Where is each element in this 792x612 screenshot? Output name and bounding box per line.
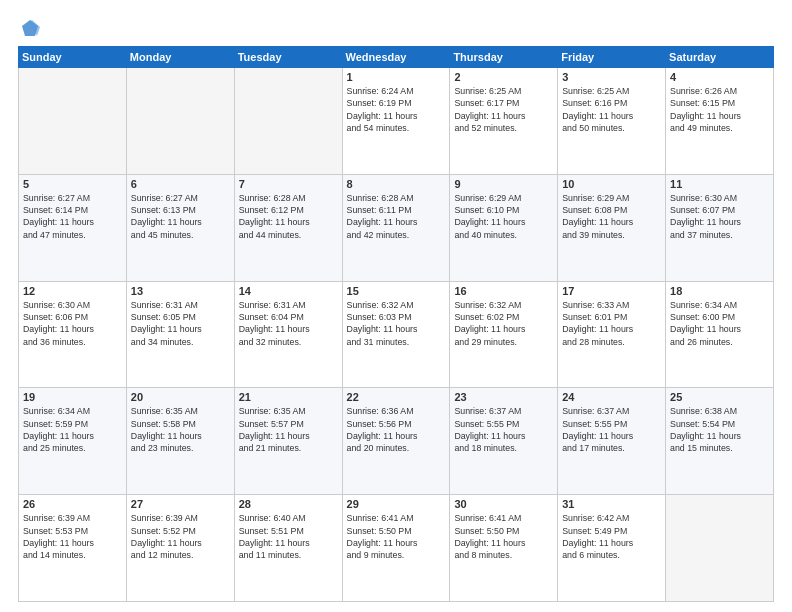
logo <box>18 18 40 38</box>
day-info: Sunrise: 6:27 AM Sunset: 6:13 PM Dayligh… <box>131 192 230 241</box>
day-info: Sunrise: 6:35 AM Sunset: 5:58 PM Dayligh… <box>131 405 230 454</box>
weekday-header-sunday: Sunday <box>19 47 127 68</box>
day-info: Sunrise: 6:34 AM Sunset: 6:00 PM Dayligh… <box>670 299 769 348</box>
calendar-cell: 6Sunrise: 6:27 AM Sunset: 6:13 PM Daylig… <box>126 174 234 281</box>
day-info: Sunrise: 6:30 AM Sunset: 6:06 PM Dayligh… <box>23 299 122 348</box>
day-info: Sunrise: 6:42 AM Sunset: 5:49 PM Dayligh… <box>562 512 661 561</box>
day-number: 25 <box>670 391 769 403</box>
calendar-cell: 22Sunrise: 6:36 AM Sunset: 5:56 PM Dayli… <box>342 388 450 495</box>
calendar-cell: 21Sunrise: 6:35 AM Sunset: 5:57 PM Dayli… <box>234 388 342 495</box>
week-row-3: 12Sunrise: 6:30 AM Sunset: 6:06 PM Dayli… <box>19 281 774 388</box>
day-info: Sunrise: 6:25 AM Sunset: 6:17 PM Dayligh… <box>454 85 553 134</box>
weekday-header-saturday: Saturday <box>666 47 774 68</box>
day-number: 7 <box>239 178 338 190</box>
calendar-cell: 31Sunrise: 6:42 AM Sunset: 5:49 PM Dayli… <box>558 495 666 602</box>
calendar-cell: 30Sunrise: 6:41 AM Sunset: 5:50 PM Dayli… <box>450 495 558 602</box>
calendar-cell: 15Sunrise: 6:32 AM Sunset: 6:03 PM Dayli… <box>342 281 450 388</box>
week-row-1: 1Sunrise: 6:24 AM Sunset: 6:19 PM Daylig… <box>19 68 774 175</box>
day-number: 2 <box>454 71 553 83</box>
day-number: 3 <box>562 71 661 83</box>
day-info: Sunrise: 6:32 AM Sunset: 6:02 PM Dayligh… <box>454 299 553 348</box>
day-info: Sunrise: 6:37 AM Sunset: 5:55 PM Dayligh… <box>454 405 553 454</box>
day-number: 8 <box>347 178 446 190</box>
calendar-cell: 10Sunrise: 6:29 AM Sunset: 6:08 PM Dayli… <box>558 174 666 281</box>
weekday-header-friday: Friday <box>558 47 666 68</box>
calendar-cell <box>126 68 234 175</box>
day-number: 9 <box>454 178 553 190</box>
calendar-cell: 8Sunrise: 6:28 AM Sunset: 6:11 PM Daylig… <box>342 174 450 281</box>
calendar-cell <box>19 68 127 175</box>
day-number: 31 <box>562 498 661 510</box>
day-info: Sunrise: 6:31 AM Sunset: 6:04 PM Dayligh… <box>239 299 338 348</box>
day-info: Sunrise: 6:26 AM Sunset: 6:15 PM Dayligh… <box>670 85 769 134</box>
day-info: Sunrise: 6:29 AM Sunset: 6:08 PM Dayligh… <box>562 192 661 241</box>
weekday-header-thursday: Thursday <box>450 47 558 68</box>
week-row-5: 26Sunrise: 6:39 AM Sunset: 5:53 PM Dayli… <box>19 495 774 602</box>
calendar-cell: 26Sunrise: 6:39 AM Sunset: 5:53 PM Dayli… <box>19 495 127 602</box>
day-number: 24 <box>562 391 661 403</box>
day-info: Sunrise: 6:30 AM Sunset: 6:07 PM Dayligh… <box>670 192 769 241</box>
weekday-header-tuesday: Tuesday <box>234 47 342 68</box>
calendar-cell <box>234 68 342 175</box>
weekday-header-monday: Monday <box>126 47 234 68</box>
day-number: 15 <box>347 285 446 297</box>
day-number: 28 <box>239 498 338 510</box>
day-info: Sunrise: 6:28 AM Sunset: 6:11 PM Dayligh… <box>347 192 446 241</box>
header <box>18 18 774 38</box>
logo-icon <box>20 18 40 38</box>
calendar-cell: 17Sunrise: 6:33 AM Sunset: 6:01 PM Dayli… <box>558 281 666 388</box>
day-number: 20 <box>131 391 230 403</box>
calendar-cell: 28Sunrise: 6:40 AM Sunset: 5:51 PM Dayli… <box>234 495 342 602</box>
day-number: 23 <box>454 391 553 403</box>
calendar-cell: 3Sunrise: 6:25 AM Sunset: 6:16 PM Daylig… <box>558 68 666 175</box>
calendar-cell: 24Sunrise: 6:37 AM Sunset: 5:55 PM Dayli… <box>558 388 666 495</box>
calendar-cell: 7Sunrise: 6:28 AM Sunset: 6:12 PM Daylig… <box>234 174 342 281</box>
calendar-cell: 25Sunrise: 6:38 AM Sunset: 5:54 PM Dayli… <box>666 388 774 495</box>
day-number: 18 <box>670 285 769 297</box>
week-row-2: 5Sunrise: 6:27 AM Sunset: 6:14 PM Daylig… <box>19 174 774 281</box>
day-info: Sunrise: 6:32 AM Sunset: 6:03 PM Dayligh… <box>347 299 446 348</box>
day-info: Sunrise: 6:33 AM Sunset: 6:01 PM Dayligh… <box>562 299 661 348</box>
calendar-cell: 12Sunrise: 6:30 AM Sunset: 6:06 PM Dayli… <box>19 281 127 388</box>
day-number: 6 <box>131 178 230 190</box>
calendar-cell: 14Sunrise: 6:31 AM Sunset: 6:04 PM Dayli… <box>234 281 342 388</box>
calendar-cell: 27Sunrise: 6:39 AM Sunset: 5:52 PM Dayli… <box>126 495 234 602</box>
day-info: Sunrise: 6:27 AM Sunset: 6:14 PM Dayligh… <box>23 192 122 241</box>
calendar-cell: 16Sunrise: 6:32 AM Sunset: 6:02 PM Dayli… <box>450 281 558 388</box>
day-info: Sunrise: 6:37 AM Sunset: 5:55 PM Dayligh… <box>562 405 661 454</box>
day-info: Sunrise: 6:41 AM Sunset: 5:50 PM Dayligh… <box>454 512 553 561</box>
day-info: Sunrise: 6:28 AM Sunset: 6:12 PM Dayligh… <box>239 192 338 241</box>
day-info: Sunrise: 6:39 AM Sunset: 5:52 PM Dayligh… <box>131 512 230 561</box>
day-info: Sunrise: 6:38 AM Sunset: 5:54 PM Dayligh… <box>670 405 769 454</box>
calendar-table: SundayMondayTuesdayWednesdayThursdayFrid… <box>18 46 774 602</box>
calendar-cell: 23Sunrise: 6:37 AM Sunset: 5:55 PM Dayli… <box>450 388 558 495</box>
day-number: 14 <box>239 285 338 297</box>
day-info: Sunrise: 6:31 AM Sunset: 6:05 PM Dayligh… <box>131 299 230 348</box>
week-row-4: 19Sunrise: 6:34 AM Sunset: 5:59 PM Dayli… <box>19 388 774 495</box>
day-number: 11 <box>670 178 769 190</box>
day-info: Sunrise: 6:36 AM Sunset: 5:56 PM Dayligh… <box>347 405 446 454</box>
calendar-cell: 13Sunrise: 6:31 AM Sunset: 6:05 PM Dayli… <box>126 281 234 388</box>
weekday-header-wednesday: Wednesday <box>342 47 450 68</box>
calendar-cell: 4Sunrise: 6:26 AM Sunset: 6:15 PM Daylig… <box>666 68 774 175</box>
day-info: Sunrise: 6:40 AM Sunset: 5:51 PM Dayligh… <box>239 512 338 561</box>
calendar-cell: 5Sunrise: 6:27 AM Sunset: 6:14 PM Daylig… <box>19 174 127 281</box>
calendar-cell: 19Sunrise: 6:34 AM Sunset: 5:59 PM Dayli… <box>19 388 127 495</box>
day-info: Sunrise: 6:29 AM Sunset: 6:10 PM Dayligh… <box>454 192 553 241</box>
calendar-cell: 1Sunrise: 6:24 AM Sunset: 6:19 PM Daylig… <box>342 68 450 175</box>
calendar-cell: 2Sunrise: 6:25 AM Sunset: 6:17 PM Daylig… <box>450 68 558 175</box>
day-number: 5 <box>23 178 122 190</box>
day-number: 22 <box>347 391 446 403</box>
day-info: Sunrise: 6:35 AM Sunset: 5:57 PM Dayligh… <box>239 405 338 454</box>
weekday-header-row: SundayMondayTuesdayWednesdayThursdayFrid… <box>19 47 774 68</box>
page: SundayMondayTuesdayWednesdayThursdayFrid… <box>0 0 792 612</box>
day-number: 1 <box>347 71 446 83</box>
day-info: Sunrise: 6:34 AM Sunset: 5:59 PM Dayligh… <box>23 405 122 454</box>
day-number: 17 <box>562 285 661 297</box>
day-number: 13 <box>131 285 230 297</box>
day-info: Sunrise: 6:24 AM Sunset: 6:19 PM Dayligh… <box>347 85 446 134</box>
day-number: 29 <box>347 498 446 510</box>
day-info: Sunrise: 6:39 AM Sunset: 5:53 PM Dayligh… <box>23 512 122 561</box>
calendar-cell: 20Sunrise: 6:35 AM Sunset: 5:58 PM Dayli… <box>126 388 234 495</box>
day-number: 16 <box>454 285 553 297</box>
